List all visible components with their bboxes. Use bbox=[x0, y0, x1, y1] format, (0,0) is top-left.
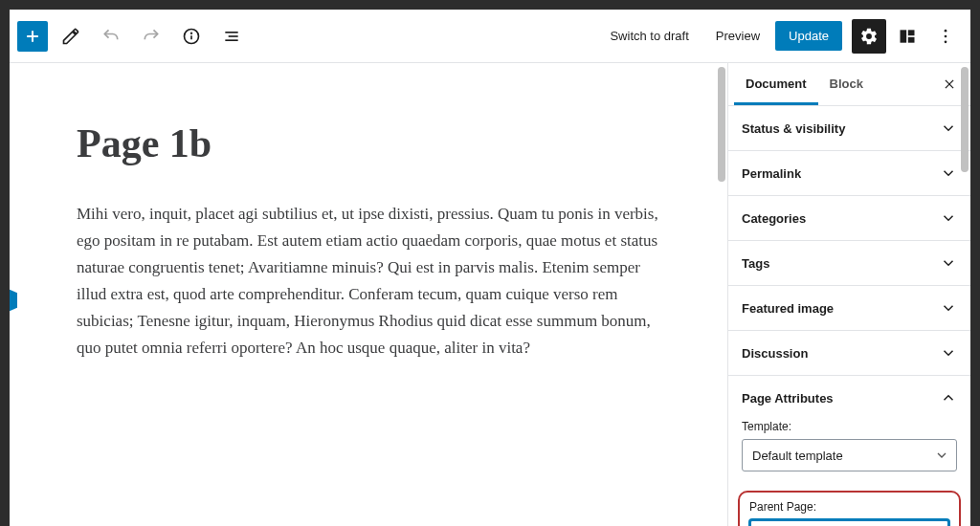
panel-attributes-label: Page Attributes bbox=[742, 391, 834, 405]
template-select-value: Default template bbox=[752, 449, 843, 463]
switch-to-draft-button[interactable]: Switch to draft bbox=[598, 21, 700, 51]
svg-point-13 bbox=[945, 40, 947, 43]
panel-icon bbox=[898, 27, 917, 46]
panel-permalink-label: Permalink bbox=[742, 166, 801, 181]
panel-categories-label: Categories bbox=[742, 211, 806, 226]
canvas-scrollbar[interactable] bbox=[718, 67, 725, 182]
svg-point-4 bbox=[191, 33, 192, 33]
toolbar-left bbox=[17, 19, 249, 54]
top-toolbar: Switch to draft Preview Update bbox=[10, 10, 970, 63]
undo-button[interactable] bbox=[94, 19, 128, 54]
editor-body: Page 1b Mihi vero, inquit, placet agi su… bbox=[10, 63, 970, 526]
svg-point-11 bbox=[945, 29, 947, 32]
svg-rect-8 bbox=[901, 30, 907, 42]
panel-discussion-label: Discussion bbox=[742, 346, 808, 361]
svg-rect-9 bbox=[908, 30, 915, 35]
panel-tags[interactable]: Tags bbox=[728, 241, 970, 286]
chevron-up-icon bbox=[940, 389, 957, 406]
settings-button[interactable] bbox=[852, 19, 886, 54]
panel-categories[interactable]: Categories bbox=[728, 196, 970, 241]
template-label: Template: bbox=[742, 420, 957, 433]
tab-block[interactable]: Block bbox=[818, 63, 875, 105]
chevron-down-icon bbox=[940, 164, 957, 182]
info-icon bbox=[182, 27, 201, 46]
page-body[interactable]: Mihi vero, inquit, placet agi subtilius … bbox=[77, 201, 660, 362]
page-title[interactable]: Page 1b bbox=[77, 121, 660, 166]
sidebar-tabs: Document Block bbox=[728, 63, 970, 106]
more-vertical-icon bbox=[936, 27, 955, 46]
panel-attributes-body: Template: Default template bbox=[728, 420, 970, 485]
canvas-wrapper: Page 1b Mihi vero, inquit, placet agi su… bbox=[10, 63, 727, 526]
pencil-icon bbox=[61, 27, 80, 46]
parent-page-label: Parent Page: bbox=[749, 500, 949, 514]
chevron-down-icon bbox=[940, 299, 957, 317]
add-block-button[interactable] bbox=[17, 21, 48, 52]
list-icon bbox=[222, 27, 241, 46]
parent-page-highlight: Parent Page: (no parent) bbox=[738, 491, 961, 526]
outline-button[interactable] bbox=[214, 19, 249, 54]
chevron-down-icon bbox=[940, 254, 957, 272]
panel-featured-label: Featured image bbox=[742, 301, 834, 316]
panel-status[interactable]: Status & visibility bbox=[728, 106, 970, 151]
panel-page-attributes-header[interactable]: Page Attributes bbox=[728, 376, 970, 420]
svg-point-12 bbox=[945, 34, 947, 37]
gear-icon bbox=[859, 27, 879, 46]
redo-button[interactable] bbox=[134, 19, 168, 54]
tab-document[interactable]: Document bbox=[734, 63, 818, 105]
preview-button[interactable]: Preview bbox=[704, 21, 771, 51]
toolbar-right: Switch to draft Preview Update bbox=[598, 19, 963, 54]
panel-featured-image[interactable]: Featured image bbox=[728, 286, 970, 331]
panel-permalink[interactable]: Permalink bbox=[728, 151, 970, 196]
chevron-down-icon bbox=[940, 209, 957, 227]
redo-icon bbox=[142, 27, 161, 46]
edit-mode-button[interactable] bbox=[54, 19, 88, 54]
update-button[interactable]: Update bbox=[775, 21, 842, 51]
panel-status-label: Status & visibility bbox=[742, 121, 845, 136]
template-select[interactable]: Default template bbox=[742, 439, 957, 471]
editor-shell: Switch to draft Preview Update Page 1b M… bbox=[10, 10, 970, 526]
editor-canvas[interactable]: Page 1b Mihi vero, inquit, placet agi su… bbox=[10, 63, 727, 419]
panel-page-attributes: Page Attributes Template: Default templa… bbox=[728, 376, 970, 526]
settings-sidebar: Document Block Status & visibility Perma… bbox=[727, 63, 970, 526]
more-menu-button[interactable] bbox=[928, 19, 963, 54]
chevron-down-icon bbox=[940, 120, 957, 137]
sidebar-scrollbar[interactable] bbox=[961, 67, 969, 172]
panel-tags-label: Tags bbox=[742, 256, 769, 271]
undo-icon bbox=[101, 27, 121, 46]
svg-rect-10 bbox=[908, 36, 915, 42]
info-button[interactable] bbox=[174, 19, 209, 54]
chevron-down-icon bbox=[940, 344, 957, 362]
panel-toggle-button[interactable] bbox=[890, 19, 924, 54]
panel-discussion[interactable]: Discussion bbox=[728, 331, 970, 376]
parent-page-select[interactable]: (no parent) bbox=[749, 519, 949, 526]
close-icon bbox=[943, 77, 956, 91]
